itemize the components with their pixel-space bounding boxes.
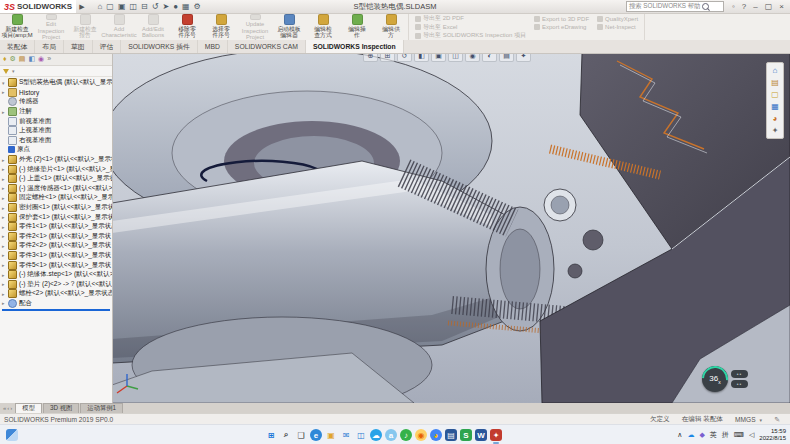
taskbar-app-icon[interactable]: ◉ xyxy=(415,429,427,441)
featuremanager-tab-icon[interactable]: ◉ xyxy=(38,55,44,63)
taskbar-app-icon[interactable]: W xyxy=(475,429,487,441)
taskbar-app-icon[interactable]: ▣ xyxy=(325,429,337,441)
ribbon-button[interactable]: 选择零 件序号 xyxy=(204,13,238,40)
menu-flyout-arrow-icon[interactable]: ▶ xyxy=(79,3,84,11)
ribbon-button[interactable]: Add Characteristic xyxy=(102,13,136,40)
touch-keyboard-icon[interactable]: ⌨ xyxy=(734,431,744,439)
overlay-pill-top[interactable]: •• xyxy=(731,370,748,378)
ribbon-button[interactable]: Update Inspection Project xyxy=(238,13,272,40)
ribbon-button[interactable]: 新建检查 项目(amp;M xyxy=(0,13,34,40)
commandmanager-tab[interactable]: MBD xyxy=(198,40,228,53)
document-tab[interactable]: 3D 视图 xyxy=(43,403,79,413)
tree-item[interactable]: ▸ 传感器 xyxy=(0,97,112,107)
export-menu-item[interactable]: 导出至 Excel xyxy=(415,24,526,32)
zoom-badge[interactable]: 36x xyxy=(702,366,728,392)
export-menu-item[interactable]: Net-Inspect xyxy=(597,24,638,32)
taskbar-app-icon[interactable]: ◫ xyxy=(355,429,367,441)
ribbon-button[interactable]: Edit Inspection Project xyxy=(34,13,68,40)
quick-access-icon[interactable]: ⌂ xyxy=(98,2,103,11)
tab-scroll-arrow-icon[interactable]: « xyxy=(3,405,6,411)
search-icon[interactable] xyxy=(702,3,709,10)
task-pane-icon[interactable]: ✦ xyxy=(772,126,779,135)
window-control-button[interactable]: – xyxy=(753,2,757,11)
quick-access-icon[interactable]: ⊟ xyxy=(141,2,148,11)
quick-access-icon[interactable]: ➤ xyxy=(162,2,169,11)
featuremanager-tab-icon[interactable]: ♦ xyxy=(3,55,7,63)
tree-item[interactable]: ▸ 上视基准面 xyxy=(0,126,112,136)
taskbar-app-icon[interactable]: ✦ xyxy=(490,429,502,441)
quick-access-icon[interactable]: ▦ xyxy=(182,2,190,11)
taskbar-app-icon[interactable]: ❑ xyxy=(295,429,307,441)
tree-item[interactable]: ▸ 固定螺栓<1> (默认<<默认>_显示 xyxy=(0,193,112,203)
export-menu-item[interactable]: QualityXpert xyxy=(597,15,638,23)
taskbar-app-icon[interactable]: ◕ xyxy=(430,429,442,441)
rollback-bar[interactable] xyxy=(2,309,110,311)
tree-item[interactable]: ▸ History xyxy=(0,88,112,98)
export-menu-item[interactable]: 导出至 2D PDF xyxy=(415,15,526,23)
ribbon-button[interactable]: 移除零 件序号 xyxy=(170,13,204,40)
tree-item[interactable]: ▸ 零件3<1> (默认<<默认>_显示状 xyxy=(0,251,112,261)
commandmanager-tab[interactable]: SOLIDWORKS 插件 xyxy=(121,40,198,53)
tree-item[interactable]: ▸ (-) 上盖<1> (默认<<默认>_显示状 xyxy=(0,174,112,184)
task-pane-icon[interactable]: ⌂ xyxy=(773,66,778,75)
tab-scroll-arrow-icon[interactable]: › xyxy=(10,405,12,411)
tree-item[interactable]: ▸ 右视基准面 xyxy=(0,136,112,146)
document-tab[interactable]: 模型 xyxy=(15,403,42,413)
taskbar-app-icon[interactable]: a xyxy=(385,429,397,441)
tree-item[interactable]: ▸ 零件1<1> (默认<<默认>_显示状态 xyxy=(0,222,112,232)
quick-access-icon[interactable]: ⚙ xyxy=(194,2,201,11)
export-menu-item[interactable]: 导出至 SOLIDWORKS Inspection 项目 xyxy=(415,32,526,40)
taskbar-app-icon[interactable]: ♪ xyxy=(400,429,412,441)
taskbar-app-icon[interactable]: ⊞ xyxy=(265,429,277,441)
export-menu-item[interactable]: Export eDrawing xyxy=(534,24,589,32)
window-control-button[interactable]: ▢ xyxy=(765,2,773,11)
ime-mode-indicator[interactable]: 拼 xyxy=(722,430,729,440)
commandmanager-tab[interactable]: 装配体 xyxy=(0,40,35,53)
commandmanager-tab[interactable]: SOLIDWORKS Inspection xyxy=(306,40,404,53)
tree-item[interactable]: ▸ (-) 绝缘体.step<1> (默认<<默认> xyxy=(0,270,112,280)
export-menu-item[interactable]: Export to 3D PDF xyxy=(534,15,589,23)
ime-language-indicator[interactable]: 英 xyxy=(710,430,717,440)
tab-scroll-arrow-icon[interactable]: ‹ xyxy=(7,405,9,411)
commandmanager-tab[interactable]: 草图 xyxy=(64,40,93,53)
taskbar-app-icon[interactable]: e xyxy=(310,429,322,441)
taskbar-app-icon[interactable]: ✉ xyxy=(340,429,352,441)
tree-item[interactable]: ▸ (-) 温度传感器<1> (默认<<默认>_ xyxy=(0,184,112,194)
tree-item[interactable]: ▸ 螺栓<2> (默认<<默认>_显示状态 xyxy=(0,289,112,299)
3d-model-thermocouple[interactable] xyxy=(112,53,790,403)
window-control-button[interactable]: × xyxy=(779,2,784,11)
ribbon-button[interactable]: 编辑操 作 xyxy=(340,13,374,40)
window-control-button[interactable]: ◦ xyxy=(732,2,735,11)
featuremanager-tab-icon[interactable]: ▤ xyxy=(19,55,26,63)
tray-icon[interactable]: ☁ xyxy=(687,431,694,439)
tree-item[interactable]: ▸ (-) 垫片 (2)<2> -> ? (默认<<默认> xyxy=(0,279,112,289)
tree-filter[interactable]: ▾ xyxy=(0,66,112,77)
ribbon-button[interactable]: 编辑检 查方式 xyxy=(306,13,340,40)
quick-access-icon[interactable]: ▣ xyxy=(118,2,126,11)
taskbar-app-icon[interactable]: ▤ xyxy=(445,429,457,441)
overlay-pill-bottom[interactable]: •• xyxy=(731,380,748,388)
search-input[interactable]: 搜索 SOLIDWORKS 帮助 xyxy=(626,1,724,12)
featuremanager-tab-icon[interactable]: ⚙ xyxy=(10,55,16,63)
tree-item[interactable]: ▸ 外壳 (2)<1> (默认<<默认>_显示状 xyxy=(0,155,112,165)
task-pane-icon[interactable]: ▦ xyxy=(771,102,779,111)
tree-item[interactable]: ▸ 密封圈<1> (默认<<默认>_显示状 xyxy=(0,203,112,213)
quick-access-icon[interactable]: ▢ xyxy=(106,2,114,11)
tree-item[interactable]: ▸ 前视基准面 xyxy=(0,116,112,126)
tree-item[interactable]: ▸ 保护套<1> (默认<<默认>_显示状 xyxy=(0,212,112,222)
graphics-viewport[interactable] xyxy=(112,53,790,403)
task-pane-icon[interactable]: ◕ xyxy=(773,114,778,123)
widgets-icon[interactable] xyxy=(6,429,18,441)
commandmanager-tab[interactable]: 布局 xyxy=(35,40,64,53)
featuremanager-tab-icon[interactable]: » xyxy=(47,55,51,63)
tree-item[interactable]: ▸ 零件2<2> (默认<<默认>_显示状 xyxy=(0,241,112,251)
quick-access-icon[interactable]: ● xyxy=(173,2,178,11)
taskbar-clock[interactable]: 15:59 2022/8/15 xyxy=(759,428,786,442)
tree-item[interactable]: ▸ 零件2<1> (默认<<默认>_显示状 xyxy=(0,232,112,242)
taskbar-app-icon[interactable]: ☁ xyxy=(370,429,382,441)
commandmanager-tab[interactable]: 评估 xyxy=(93,40,122,53)
featuremanager-tab-icon[interactable]: ◧ xyxy=(28,55,35,63)
task-pane-icon[interactable]: ▢ xyxy=(771,90,779,99)
window-control-button[interactable]: ? xyxy=(742,2,746,11)
tree-root[interactable]: ▾ S型铠装热电偶 (默认<默认_显示状态-1> xyxy=(0,78,112,88)
